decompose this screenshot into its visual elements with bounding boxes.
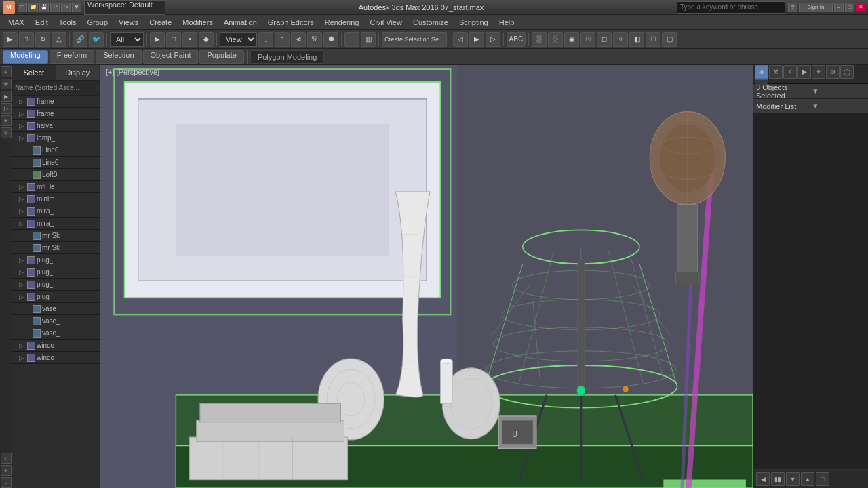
- menu-civil-view[interactable]: Civil View: [364, 17, 407, 28]
- select-lasso-btn[interactable]: ⚬: [182, 32, 197, 47]
- scene-item-6[interactable]: Loft0: [12, 169, 100, 181]
- tab-object-paint[interactable]: Object Paint: [143, 50, 199, 64]
- redo-btn[interactable]: ↪: [61, 3, 71, 12]
- tools7[interactable]: ⚇: [646, 32, 660, 47]
- scene-item-17[interactable]: vase_: [12, 303, 100, 315]
- open-btn[interactable]: 📁: [28, 3, 38, 12]
- tab-freeform[interactable]: Freeform: [50, 50, 95, 64]
- tools6[interactable]: ◧: [629, 32, 644, 47]
- select-region-btn[interactable]: □: [166, 32, 181, 47]
- tools4[interactable]: ◻: [597, 32, 612, 47]
- rp-display-icon[interactable]: ☀: [812, 65, 825, 79]
- scene-item-12[interactable]: mr Sk: [12, 242, 100, 254]
- curve-editor[interactable]: ☷: [344, 32, 359, 47]
- utilities-icon[interactable]: ⚛: [1, 127, 12, 138]
- snap-btn[interactable]: 3: [275, 32, 290, 47]
- select-btn[interactable]: ▶: [150, 32, 165, 47]
- scene-item-5[interactable]: Line0: [12, 157, 100, 169]
- next-frame[interactable]: ▷: [486, 32, 500, 47]
- scene-list-header[interactable]: Name (Sorted Asce...: [12, 81, 100, 96]
- scene-item-15[interactable]: ▷plug_: [12, 279, 100, 291]
- menu-tools[interactable]: Tools: [54, 17, 82, 28]
- spinner-snap[interactable]: ⚉: [323, 32, 338, 47]
- rp-hierarchy-icon[interactable]: ☇: [783, 65, 797, 79]
- modify-icon[interactable]: ⚒: [1, 79, 12, 89]
- menu-create[interactable]: Create: [144, 17, 177, 28]
- menu-customize[interactable]: Customize: [408, 17, 454, 28]
- menu-max[interactable]: MAX: [3, 17, 30, 28]
- tab-populate[interactable]: Populate: [199, 50, 243, 64]
- scene-item-9[interactable]: ▷mira_: [12, 205, 100, 218]
- view-select[interactable]: View: [220, 32, 257, 47]
- play-anim[interactable]: ▶: [469, 32, 484, 47]
- scene-item-10[interactable]: ▷mira_: [12, 218, 100, 230]
- lp-tab-select[interactable]: Select: [12, 65, 56, 80]
- tab-selection[interactable]: Selection: [96, 50, 141, 64]
- undo-btn[interactable]: ↩: [50, 3, 60, 12]
- lp-tab-display[interactable]: Display: [56, 65, 100, 80]
- display-icon[interactable]: ☀: [1, 115, 12, 126]
- scene-item-11[interactable]: mr Sk: [12, 230, 100, 242]
- scene-explorer[interactable]: ░: [548, 32, 563, 47]
- menu-group[interactable]: Group: [82, 17, 114, 28]
- menu-scripting[interactable]: Scripting: [454, 17, 494, 28]
- objects-selected-arrow[interactable]: ▼: [812, 87, 866, 95]
- rp-bottom-icon4[interactable]: ▲: [801, 472, 814, 486]
- scene-item-7[interactable]: ▷mfl_le: [12, 181, 100, 193]
- scale-tool[interactable]: △: [52, 32, 66, 47]
- create-selection[interactable]: Create Selection Se...: [382, 32, 447, 47]
- rp-bottom-icon1[interactable]: ◀: [756, 472, 770, 486]
- layer-mgr[interactable]: ▒: [532, 32, 547, 47]
- viewport[interactable]: [+] [Perspective]: [100, 65, 753, 488]
- scene-item-4[interactable]: Line0: [12, 144, 100, 157]
- menu-help[interactable]: Help: [494, 17, 520, 28]
- tab-modeling[interactable]: Modeling: [3, 50, 48, 64]
- named-selection[interactable]: ABC: [507, 32, 526, 47]
- minimize-btn[interactable]: –: [834, 3, 844, 12]
- dope-sheet[interactable]: ▥: [361, 32, 376, 47]
- scene-item-21[interactable]: ▷windo: [12, 352, 100, 364]
- bind-tool[interactable]: 🐦: [89, 32, 104, 47]
- scene-item-18[interactable]: vase_: [12, 315, 100, 327]
- align-btn[interactable]: ⋮: [258, 32, 273, 47]
- close-btn[interactable]: ✕: [856, 3, 865, 12]
- scroll-icon[interactable]: -: [1, 477, 12, 488]
- modifier-list-arrow[interactable]: ▼: [812, 102, 866, 110]
- tools3[interactable]: ☉: [580, 32, 595, 47]
- hierarchy-icon[interactable]: ▶: [1, 91, 12, 102]
- rp-motion-icon[interactable]: ▶: [797, 65, 811, 79]
- new-btn[interactable]: ▢: [18, 3, 27, 12]
- rp-bottom-icon2[interactable]: ▮▮: [771, 472, 785, 486]
- menu-views[interactable]: Views: [113, 17, 144, 28]
- zoom-icon[interactable]: +: [1, 465, 12, 476]
- scene-item-19[interactable]: vase_: [12, 327, 100, 340]
- scene-item-3[interactable]: ▷lamp_: [12, 132, 100, 144]
- rp-sphere-icon[interactable]: ◯: [840, 65, 854, 79]
- rp-create-icon[interactable]: ◆: [755, 65, 768, 79]
- create-icon[interactable]: +: [1, 66, 12, 77]
- menu-graph-editors[interactable]: Graph Editors: [262, 17, 319, 28]
- move-icon[interactable]: ↕: [1, 453, 12, 464]
- menu-modifiers[interactable]: Modifiers: [177, 17, 218, 28]
- menu-animation[interactable]: Animation: [218, 17, 262, 28]
- rp-bottom-icon3[interactable]: ▼: [786, 472, 800, 486]
- maximize-btn[interactable]: □: [845, 3, 854, 12]
- scene-item-1[interactable]: ▷frame: [12, 108, 100, 120]
- prev-frame[interactable]: ◁: [453, 32, 468, 47]
- select-tool[interactable]: ▶: [3, 32, 18, 47]
- help-btn[interactable]: ?: [788, 3, 797, 12]
- scene-item-13[interactable]: ▷plug_: [12, 254, 100, 266]
- move-tool[interactable]: ⇧: [19, 32, 34, 47]
- rp-modify-icon[interactable]: ⚒: [769, 65, 783, 79]
- tools5[interactable]: ◊: [613, 32, 628, 47]
- scene-item-8[interactable]: ▷minim: [12, 193, 100, 205]
- filter-select[interactable]: All: [110, 32, 144, 47]
- search-input[interactable]: [677, 1, 785, 14]
- scene-item-2[interactable]: ▷halya: [12, 120, 100, 132]
- tools2[interactable]: ◉: [564, 32, 579, 47]
- link-tool[interactable]: 🔗: [73, 32, 87, 47]
- scene-item-20[interactable]: ▷windo: [12, 340, 100, 352]
- scene-item-16[interactable]: ▷plug_: [12, 291, 100, 303]
- sign-in-btn[interactable]: Sign In: [799, 3, 833, 12]
- rp-bottom-icon5[interactable]: □: [816, 472, 829, 486]
